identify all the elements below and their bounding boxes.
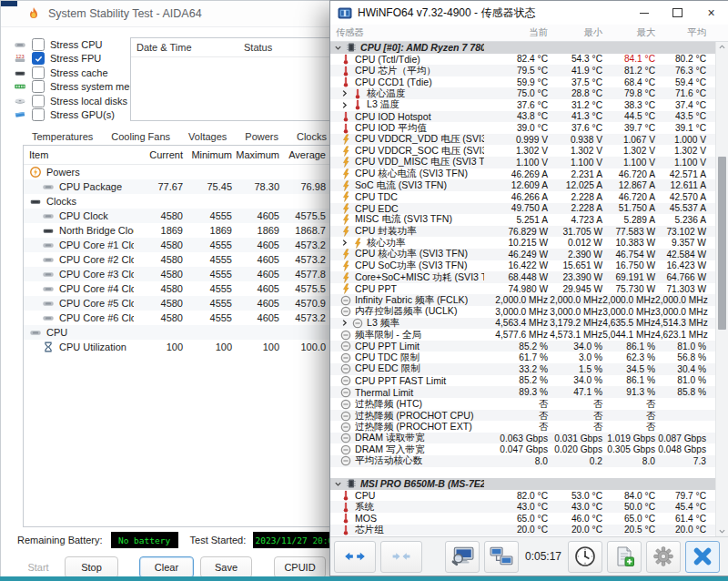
tab-temperatures[interactable]: Temperatures (23, 127, 102, 145)
sensor-row[interactable]: CPU (Tctl/Tdie)82.4 °C54.3 °C84.1 °C80.2… (330, 54, 716, 66)
chevron-right-icon[interactable] (340, 239, 349, 247)
stats-item-row[interactable]: CPU Core #2 Clock4580455546054573.2 (24, 252, 333, 267)
sensor-row[interactable]: CPU 封装功率76.829 W31.705 W77.583 W73.102 W (330, 226, 716, 238)
sensor-row[interactable]: 内存控制器频率 (UCLK)3,000.0 MHz3,000.0 MHz3,00… (330, 306, 716, 318)
sensor-row[interactable]: CPU IOD 平均值39.0 °C37.6 °C39.7 °C39.1 °C (330, 122, 716, 134)
sensor-group-row[interactable]: CPU [#0]: AMD Ryzen 7 7800X3D: Enhan... (330, 42, 716, 54)
sensor-row[interactable]: CPU PPT74.980 W29.945 W75.730 W71.303 W (330, 283, 716, 295)
sensor-row[interactable]: L3 温度37.6 °C31.2 °C38.3 °C37.4 °C (330, 99, 716, 111)
nav-arrows-secondary-button[interactable] (380, 541, 422, 573)
stress-checkbox[interactable] (32, 66, 45, 79)
tab-voltages[interactable]: Voltages (179, 127, 236, 145)
sensor-row[interactable]: CPU TDC 限制61.7 %3.0 %62.3 %56.8 % (330, 352, 716, 363)
sensor-row[interactable]: CPU 核心电流 (SVI3 TFN)46.269 A2.231 A46.720… (330, 168, 716, 180)
sensor-row[interactable]: 系统43.0 °C43.0 °C50.0 °C45.4 °C (330, 501, 716, 513)
hw-col-average[interactable]: 平均 (655, 26, 706, 39)
sensor-row[interactable]: 过热降频 (PROCHOT CPU)否否否 (330, 410, 716, 422)
stats-col-current[interactable]: Current (134, 149, 183, 160)
scrollbar-thumb[interactable] (718, 157, 726, 330)
clock-button[interactable] (568, 541, 602, 573)
sensor-row[interactable]: 频率限制 - 全局4,577.6 MHz4,573.1 MHz5,044.1 M… (330, 329, 716, 341)
stress-option[interactable]: Stress local disks (14, 94, 141, 108)
stats-col-average[interactable]: Average (279, 149, 326, 160)
stats-group-row[interactable]: CPU (24, 325, 333, 340)
sensor-row[interactable]: MOS65.0 °C46.0 °C65.0 °C61.4 °C (330, 513, 716, 525)
stress-checkbox[interactable] (32, 108, 45, 121)
sensor-group-row[interactable]: MSI PRO B650M-B (MS-7E28) (Nuvoton ... (330, 478, 716, 490)
sensor-row[interactable]: 核心温度75.0 °C28.8 °C79.8 °C71.6 °C (330, 87, 716, 99)
stats-item-row[interactable]: North Bridge Clock1869186918691868.7 (24, 223, 333, 238)
cpuid-button[interactable]: CPUID (274, 556, 326, 578)
sensor-row[interactable]: 核心功率10.215 W0.012 W10.383 W9.357 W (330, 237, 716, 249)
sensor-row[interactable]: CPU TDC46.266 A2.228 A46.720 A42.570 A (330, 191, 716, 203)
stress-checkbox[interactable] (32, 52, 45, 65)
hw-col-sensor[interactable]: 传感器 (336, 26, 484, 39)
log-col-datetime[interactable]: Date & Time (131, 42, 238, 53)
sensor-row[interactable]: SoC 电流 (SVI3 TFN)12.609 A12.025 A12.867 … (330, 179, 716, 191)
stress-checkbox[interactable] (32, 80, 45, 93)
close-button[interactable]: × (694, 1, 728, 25)
hw-col-maximum[interactable]: 最大 (602, 26, 655, 39)
sensor-row[interactable]: CPU CCD1 (Tdie)59.9 °C37.5 °C68.4 °C59.4… (330, 76, 716, 88)
sensor-row[interactable]: 芯片组20.0 °C20.0 °C20.5 °C20.0 °C (330, 525, 716, 536)
sensor-row[interactable]: CPU EDC49.750 A2.228 A51.750 A45.537 A (330, 203, 716, 215)
sensor-row[interactable]: CPU 核心功率 (SVI3 TFN)46.249 W2.390 W46.754… (330, 249, 716, 260)
stats-col-item[interactable]: Item (29, 149, 134, 160)
stress-option[interactable]: Stress cache (14, 66, 141, 80)
sensor-row[interactable]: CPU 芯片（平均）79.5 °C41.9 °C81.2 °C76.3 °C (330, 65, 716, 76)
log-col-status[interactable]: Status (238, 42, 272, 53)
chevron-down-icon[interactable] (334, 44, 342, 52)
stats-item-row[interactable]: CPU Core #1 Clock4580455546054573.2 (24, 238, 333, 252)
settings-button[interactable] (646, 541, 681, 573)
scrollbar[interactable] (715, 42, 728, 536)
sensor-row[interactable]: CPU VDD_MISC 电压 (SVI3 TFN)1.100 V1.100 V… (330, 157, 716, 168)
sensor-row[interactable]: L3 频率4,563.4 MHz3,179.2 MHz4,635.5 MHz4,… (330, 318, 716, 330)
close-sensors-button[interactable] (685, 541, 720, 573)
chevron-down-icon[interactable] (334, 480, 342, 488)
stress-checkbox[interactable] (32, 38, 45, 51)
sensor-row[interactable]: 平均活动核心数8.00.28.07.3 (330, 455, 716, 467)
sensor-row[interactable]: Core+SoC+MISC 功耗 (SVI3 TFN)68.448 W23.39… (330, 271, 716, 283)
create-report-button[interactable] (607, 541, 642, 573)
chevron-right-icon[interactable] (340, 319, 349, 327)
stats-item-row[interactable]: CPU Package77.6775.4578.3076.98 (24, 179, 333, 194)
system-summary-button[interactable] (445, 541, 480, 573)
chevron-right-icon[interactable] (340, 89, 349, 97)
maximize-button[interactable] (661, 1, 694, 25)
stats-item-row[interactable]: CPU Core #6 Clock4580455546054573.2 (24, 311, 333, 325)
stats-item-row[interactable]: CPU Core #4 Clock4580455546054575.5 (24, 281, 333, 296)
stats-item-row[interactable]: CPU Core #5 Clock4580455546054570.9 (24, 296, 333, 311)
sensor-row[interactable]: CPU VDDCR_SOC 电压 (SVI3 TFN)1.302 V1.302 … (330, 145, 716, 157)
sensor-row[interactable]: CPU VDDCR_VDD 电压 (SVI3 TFN)0.999 V0.938 … (330, 134, 716, 146)
minimize-button[interactable] (627, 1, 661, 25)
remote-monitoring-button[interactable] (484, 541, 519, 573)
chevron-right-icon[interactable] (340, 101, 349, 109)
stress-checkbox[interactable] (32, 95, 45, 107)
sensor-row[interactable]: MISC 电流 (SVI3 TFN)5.251 A4.723 A5.289 A5… (330, 214, 716, 226)
sensor-row[interactable]: 过热降频 (HTC)否否否 (330, 398, 716, 410)
scroll-down-icon[interactable] (716, 526, 728, 536)
nav-arrows-button[interactable] (334, 541, 376, 573)
hw-col-current[interactable]: 当前 (484, 26, 548, 39)
stress-option[interactable]: Stress system memory (14, 80, 141, 95)
stats-item-row[interactable]: CPU Utilization100100100100.0 (24, 340, 333, 354)
stats-group-row[interactable]: Powers (24, 165, 333, 179)
tab-cooling-fans[interactable]: Cooling Fans (102, 127, 179, 145)
sensor-row[interactable]: CPU IOD Hotspot43.8 °C41.3 °C44.5 °C43.5… (330, 111, 716, 123)
sensor-row[interactable]: 过热降频 (PROCHOT EXT)否否否 (330, 421, 716, 433)
sensor-row[interactable]: CPU82.0 °C53.0 °C84.0 °C79.7 °C (330, 490, 716, 502)
stress-option[interactable]: 123Stress FPU (14, 52, 141, 66)
hw-col-minimum[interactable]: 最小 (548, 26, 602, 39)
tab-powers[interactable]: Powers (236, 127, 288, 145)
sensor-row[interactable]: DRAM 写入带宽0.047 Gbps0.020 Gbps0.305 Gbps0… (330, 443, 716, 455)
stats-item-row[interactable]: CPU Clock4580455546054575.5 (24, 209, 333, 223)
save-button[interactable]: Save (200, 556, 252, 578)
stats-col-minimum[interactable]: Minimum (183, 149, 232, 160)
sensor-row[interactable]: CPU PPT Limit85.2 %34.0 %86.1 %81.0 % (330, 341, 716, 352)
stress-option[interactable]: Stress GPU(s) (14, 108, 141, 123)
sensor-row[interactable]: CPU EDC 限制33.2 %1.5 %34.5 %30.4 % (330, 363, 716, 375)
stats-item-row[interactable]: CPU Core #3 Clock4580455546054577.8 (24, 267, 333, 281)
stress-option[interactable]: Stress CPU (14, 37, 141, 52)
stats-col-maximum[interactable]: Maximum (232, 149, 279, 160)
clear-button[interactable]: Clear (139, 556, 194, 578)
